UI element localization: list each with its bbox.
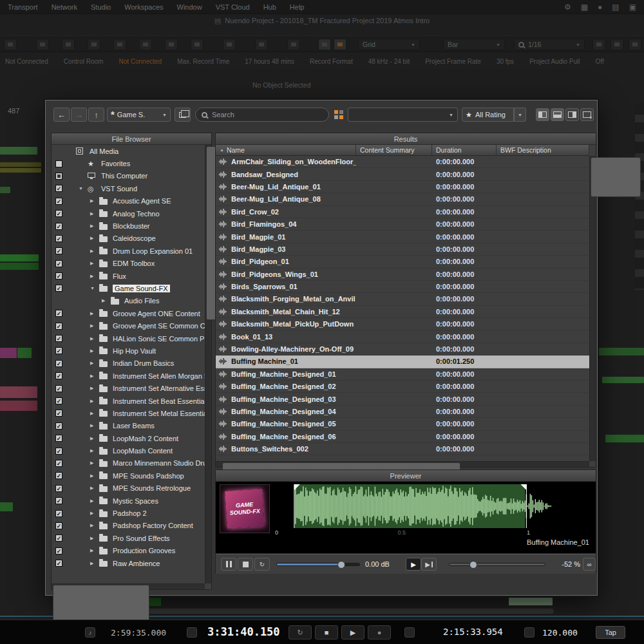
result-row-bird-magpie-03[interactable]: Bird_Magpie_030:00:00.000 [216, 243, 589, 256]
tree-item-padshop-2[interactable]: ✓▶Padshop 2 [52, 507, 205, 519]
checkbox[interactable]: ✓ [55, 272, 62, 279]
expand-arrow-icon[interactable]: ▶ [90, 473, 99, 478]
checkbox[interactable]: ✓ [55, 460, 62, 467]
checkbox[interactable]: ✓ [55, 422, 62, 430]
tree-item-laser-beams[interactable]: ✓▶Laser Beams [52, 420, 205, 432]
expand-arrow-icon[interactable]: ▶ [90, 536, 99, 541]
expand-arrow-icon[interactable]: ▶ [90, 236, 99, 241]
checkbox[interactable]: ✓ [55, 335, 62, 342]
pause-button[interactable] [221, 558, 236, 571]
tree-item-padshop-factory-content[interactable]: ✓▶Padshop Factory Content [52, 520, 205, 532]
checkbox[interactable] [55, 160, 62, 167]
scrollbar-thumb[interactable] [591, 157, 641, 197]
result-row-blacksmith-metal-chain-hit-12[interactable]: Blacksmith_Metal_Chain_Hit_120:00:00.000 [216, 306, 589, 318]
up-button[interactable]: ↑ [88, 108, 104, 122]
result-row-buffing-machine-designed-05[interactable]: Buffing_Machine_Designed_050:00:00.000 [216, 418, 589, 430]
checkbox[interactable]: ✓ [55, 260, 62, 267]
expand-arrow-icon[interactable]: ▶ [90, 486, 99, 491]
result-row-bird-pidgeons-wings-01[interactable]: Bird_Pidgeons_Wings_010:00:00.000 [216, 269, 589, 281]
tree-item-halion-sonic-se-common-pr[interactable]: ✓▶HALion Sonic SE Common Pr [52, 332, 205, 345]
cycle-button[interactable]: ↻ [289, 625, 312, 639]
checkbox[interactable]: ✓ [55, 198, 62, 205]
checkbox[interactable]: ✓ [55, 310, 62, 317]
tree-item-indian-drum-basics[interactable]: ✓▶Indian Drum Basics [52, 357, 205, 370]
tree-item-flux[interactable]: ✓▶Flux [52, 270, 205, 282]
result-row-buffing-machine-designed-04[interactable]: Buffing_Machine_Designed_040:00:00.000 [216, 406, 589, 418]
expand-arrow-icon[interactable]: ▶ [90, 336, 99, 341]
locations-button[interactable] [175, 108, 191, 122]
checkbox[interactable]: ✓ [55, 185, 62, 192]
expand-arrow-icon[interactable]: ▶ [90, 411, 99, 416]
expand-arrow-icon[interactable]: ▶ [90, 249, 99, 254]
preset-selector[interactable]: * Game S. ▼ [107, 108, 171, 122]
expand-arrow-icon[interactable]: ▼ [79, 186, 88, 191]
expand-arrow-icon[interactable]: ▶ [90, 399, 99, 404]
result-row-buffing-machine-designed-06[interactable]: Buffing_Machine_Designed_060:00:00.000 [216, 431, 589, 443]
back-button[interactable]: ← [53, 108, 70, 122]
tree-item-groove-agent-se-common-c[interactable]: ✓▶Groove Agent SE Common C [52, 319, 205, 332]
result-row-book-01-13[interactable]: Book_01_130:00:00.000 [216, 330, 589, 343]
checkbox[interactable]: ✓ [55, 223, 62, 230]
toggle-file-browser-button[interactable] [536, 108, 549, 121]
tree-item-instrument-set-allen-morgan-s[interactable]: ✓▶Instrument Set Allen Morgan S [52, 370, 205, 382]
result-row-bird-magpie-01[interactable]: Bird_Magpie_010:00:00.000 [216, 231, 589, 243]
expand-arrow-icon[interactable]: ▶ [90, 548, 99, 553]
marker-icon[interactable] [404, 627, 415, 638]
result-row-bird-flamingos-04[interactable]: Bird_Flamingos_040:00:00.000 [216, 218, 589, 231]
checkbox[interactable]: ✓ [55, 323, 62, 330]
expand-arrow-icon[interactable]: ▶ [90, 436, 99, 441]
expand-arrow-icon[interactable]: ▶ [90, 311, 99, 316]
midi-activity-icon[interactable]: ♪ [85, 627, 95, 638]
search-input[interactable] [212, 111, 323, 118]
expand-arrow-icon[interactable]: ▶ [90, 498, 99, 504]
slider-thumb[interactable] [337, 561, 345, 569]
results-vscrollbar[interactable] [589, 156, 596, 461]
checkbox[interactable]: ✓ [55, 372, 62, 379]
tree-item-pro-sound-effects[interactable]: ✓▶Pro Sound Effects [52, 532, 205, 544]
checkbox[interactable]: ✓ [55, 522, 62, 529]
result-row-armchair-sliding-on-woodenfloor[interactable]: ArmChair_Sliding_on_WoodenFloor_0:00:00.… [216, 156, 589, 168]
checkbox[interactable]: ✓ [55, 210, 62, 217]
checkbox[interactable]: ✓ [55, 497, 62, 504]
expand-arrow-icon[interactable]: ▶ [90, 511, 99, 516]
record-button[interactable]: ● [368, 625, 391, 639]
result-row-buffing-machine-01[interactable]: Buffing Machine_010:00:01.250 [216, 355, 589, 368]
window-layout-button[interactable] [580, 108, 594, 121]
result-row-blacksmith-forging-metal-on-anvil[interactable]: Blacksmith_Forging_Metal_on_Anvil0:00:00… [216, 293, 589, 305]
tree-item-all-media[interactable]: All Media [52, 145, 205, 157]
secondary-time-display[interactable]: 2:59:35.000 [111, 628, 166, 638]
checkbox[interactable]: ✓ [55, 472, 62, 479]
column-header-content-summary[interactable]: Content Summary [356, 145, 432, 155]
result-row-bird-pidgeon-01[interactable]: Bird_Pidgeon_010:00:00.000 [216, 256, 589, 268]
result-row-beer-mug-lid-antique-01[interactable]: Beer-Mug_Lid_Antique_010:00:00.000 [216, 181, 589, 193]
link-button[interactable]: ∞ [583, 558, 596, 571]
expand-arrow-icon[interactable]: ▶ [90, 448, 99, 453]
result-row-buffing-machine-designed-03[interactable]: Buffing_Machine_Designed_030:00:00.000 [216, 393, 589, 405]
result-row-beer-mug-lid-antique-08[interactable]: Beer-Mug_Lid_Antique_080:00:00.000 [216, 193, 589, 205]
checkbox[interactable]: ✓ [55, 360, 62, 367]
tree-item-vst-sound[interactable]: ✓▼◎VST Sound [52, 182, 205, 194]
expand-arrow-icon[interactable]: ▶ [90, 223, 99, 229]
expand-arrow-icon[interactable]: ▶ [90, 323, 99, 328]
checkbox[interactable]: ✓ [55, 397, 62, 404]
result-row-bird-crow-02[interactable]: Bird_Crow_020:00:00.000 [216, 206, 589, 218]
file-browser-vscrollbar[interactable] [205, 145, 211, 583]
expand-arrow-icon[interactable]: ▶ [90, 523, 99, 528]
stop-button[interactable]: ■ [315, 625, 338, 639]
tree-item-mpe-sounds-padshop[interactable]: ✓▶MPE Sounds Padshop [52, 469, 205, 482]
metronome-icon[interactable] [524, 627, 535, 638]
forward-button[interactable]: → [71, 108, 87, 122]
rating-filter[interactable]: ★ All Rating [462, 108, 514, 122]
tree-item-instrument-set-alternative-ess[interactable]: ✓▶Instrument Set Alternative Ess [52, 382, 205, 394]
tree-item-favorites[interactable]: ★Favorites [52, 157, 205, 169]
result-row-blacksmith-metal-pickup-putdown[interactable]: Blacksmith_Metal_PickUp_PutDown0:00:00.0… [216, 318, 589, 330]
tree-item-caleidoscope[interactable]: ✓▶Caleidoscope [52, 232, 205, 245]
preview-speed-slider[interactable] [449, 563, 545, 566]
slider-thumb[interactable] [469, 561, 477, 569]
tree-item-edm-toolbox[interactable]: ✓▶EDM Toolbox [52, 258, 205, 270]
search-box[interactable] [195, 108, 329, 122]
result-row-buttons-switches-002[interactable]: Buttons_Switches_0020:00:00.000 [216, 443, 589, 455]
tree-item-hip-hop-vault[interactable]: ✓▶Hip Hop Vault [52, 345, 205, 357]
expand-arrow-icon[interactable]: ▶ [90, 211, 99, 216]
result-row-bandsaw-designed[interactable]: Bandsaw_Designed0:00:00.000 [216, 168, 589, 180]
